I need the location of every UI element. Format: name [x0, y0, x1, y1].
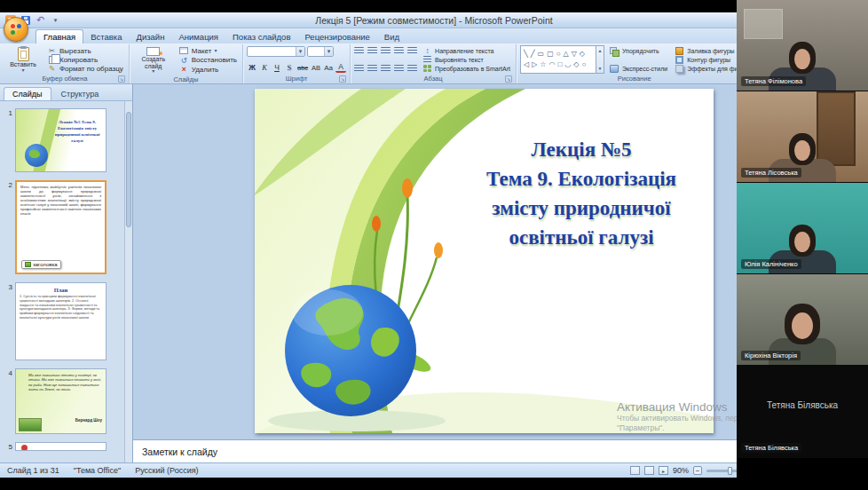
ribbon-tab-insert[interactable]: Вставка — [83, 30, 129, 43]
mini-red-shape — [21, 445, 28, 451]
chevron-down-icon — [21, 68, 24, 73]
tab-slides[interactable]: Слайды — [4, 87, 51, 100]
dialog-launcher-icon[interactable] — [505, 75, 512, 83]
ribbon-tab-view[interactable]: Вид — [377, 30, 406, 43]
reset-button[interactable]: Восстановить — [178, 56, 239, 65]
undo-icon[interactable] — [35, 14, 46, 26]
zoom-out-button[interactable]: − — [693, 466, 702, 475]
dialog-launcher-icon[interactable] — [339, 75, 346, 83]
normal-view-button[interactable] — [630, 466, 640, 475]
paste-icon — [18, 47, 29, 61]
delete-button[interactable]: Удалить — [178, 65, 239, 74]
ribbon-tab-home[interactable]: Главная — [36, 29, 83, 43]
slide-title-line: Тема 9. Екологізація — [457, 164, 706, 194]
delete-icon — [179, 65, 189, 74]
copy-button[interactable]: Копировать — [45, 55, 125, 64]
slides-pane-scrollbar[interactable] — [124, 101, 132, 462]
align-right-icon[interactable] — [381, 65, 391, 72]
bold-button[interactable]: Ж — [247, 62, 257, 73]
dialog-launcher-icon[interactable] — [118, 75, 125, 83]
underline-button[interactable]: Ч — [272, 62, 282, 73]
video-tile-3[interactable]: Юлія Калініченко — [737, 183, 868, 274]
slide-thumbnail-4[interactable]: 4 Ми вже навчилися літати у повітрі, як … — [4, 368, 120, 434]
shape-effects-icon — [675, 65, 683, 73]
language-indicator[interactable]: Русский (Россия) — [135, 466, 198, 475]
align-center-icon[interactable] — [367, 65, 377, 72]
slide-sorter-button[interactable] — [644, 466, 654, 475]
video-tile-4[interactable]: Кірюхіна Вікторія — [737, 274, 868, 366]
ribbon-tab-design[interactable]: Дизайн — [129, 30, 171, 43]
numbering-icon[interactable] — [367, 47, 377, 54]
slideshow-button[interactable] — [659, 466, 668, 475]
video-tile-5[interactable]: Тетяна Білявська Тетяна Білявська — [737, 366, 868, 458]
mini-heading: План — [16, 287, 106, 293]
slide-canvas[interactable]: Лекція №5 Тема 9. Екологізація змісту пр… — [255, 89, 714, 433]
participant-name: Тетяна Білявська — [741, 443, 801, 453]
arrange-label: Упорядочить — [622, 48, 659, 54]
zoom-slider-thumb[interactable] — [728, 467, 732, 475]
new-slide-button[interactable]: Создать слайд — [133, 45, 174, 75]
line-spacing-icon[interactable] — [407, 47, 417, 54]
font-size-combo[interactable] — [307, 46, 334, 57]
change-case-button[interactable]: Аа — [323, 62, 334, 73]
slide-number: 1 — [4, 108, 12, 172]
align-left-icon[interactable] — [354, 65, 364, 72]
strikethrough-button[interactable]: abc — [296, 62, 309, 73]
slide-thumbnail-3[interactable]: 3 План 1. Сутність та принципи формуванн… — [4, 282, 120, 360]
office-button[interactable] — [4, 17, 28, 42]
text-shadow-button[interactable]: S — [284, 62, 295, 73]
scroll-down-icon[interactable]: ▼ — [598, 66, 603, 71]
participant-name: Тетяна Лісовська — [741, 168, 801, 178]
group-drawing: ╲╱▭▢○△▽◇ ◁▷☆◠□◡◇○ ▲▼ Упорядочить Экспрес… — [517, 44, 753, 83]
screen: Лекція 5 [Режим совместимости] - Microso… — [0, 0, 868, 490]
group-label-slides: Слайды — [173, 75, 198, 83]
layout-label: Макет — [192, 47, 212, 55]
chevron-down-icon — [214, 49, 217, 53]
slide-title-line: освітньої галузі — [457, 223, 706, 252]
group-label-font: Шрифт — [286, 75, 308, 83]
text-direction-button[interactable]: Направление текста — [421, 46, 512, 55]
columns-icon[interactable] — [407, 65, 417, 72]
convert-smartart-button[interactable]: Преобразовать в SmartArt — [421, 64, 512, 73]
video-tile-1[interactable]: Тетяна Філімонова — [737, 0, 868, 91]
scrollbar-thumb[interactable] — [126, 112, 131, 227]
ribbon-tab-slideshow[interactable]: Показ слайдов — [225, 30, 297, 43]
ribbon-tab-animation[interactable]: Анимация — [171, 30, 225, 43]
slide-title[interactable]: Лекція №5 Тема 9. Екологізація змісту пр… — [457, 135, 706, 252]
font-color-button[interactable]: А — [335, 62, 346, 73]
font-name-combo[interactable] — [247, 46, 305, 57]
paste-button[interactable]: Вставить — [4, 45, 42, 74]
quick-styles-icon — [610, 65, 619, 73]
video-tile-2[interactable]: Тетяна Лісовська — [737, 91, 868, 183]
layout-button[interactable]: Макет — [178, 46, 239, 55]
decrease-indent-icon[interactable] — [381, 47, 391, 54]
justify-icon[interactable] — [394, 65, 404, 72]
slide-thumbnail-2[interactable]: 2 Мета: підготовка майбутніх учителів по… — [4, 180, 120, 274]
tab-outline[interactable]: Структура — [53, 88, 107, 100]
ribbon-tab-review[interactable]: Рецензирование — [297, 30, 376, 43]
slide-thumbnail-5[interactable]: 5 — [4, 442, 120, 451]
quick-styles-button[interactable]: Экспресс-стили — [608, 64, 669, 73]
notes-placeholder: Заметки к слайду — [142, 447, 217, 457]
qat-dropdown-icon[interactable] — [50, 14, 61, 26]
placeholder-tag: заголовка — [21, 260, 61, 269]
scroll-up-icon[interactable]: ▲ — [598, 48, 603, 53]
character-spacing-button[interactable]: АВ — [311, 62, 321, 73]
shape-fill-label: Заливка фигуры — [687, 48, 734, 54]
group-font: Ж К Ч S abc АВ Аа А Шрифт — [243, 44, 351, 83]
background-window — [744, 9, 783, 39]
mini-body-text: 1. Сутність та принципи формування еколо… — [16, 293, 106, 322]
bullets-icon[interactable] — [354, 47, 364, 54]
shape-outline-icon — [675, 56, 683, 64]
zoom-level[interactable]: 90% — [673, 466, 689, 475]
align-text-button[interactable]: Выровнять текст — [421, 55, 512, 64]
shapes-gallery[interactable]: ╲╱▭▢○△▽◇ ◁▷☆◠□◡◇○ — [520, 45, 596, 74]
slide-number: 2 — [4, 180, 12, 274]
shapes-gallery-scrollbar[interactable]: ▲▼ — [596, 45, 604, 74]
slide-thumbnail-1[interactable]: 1 Лекція №5 Тема 9. Екологізація змісту … — [4, 108, 120, 172]
italic-button[interactable]: К — [259, 62, 270, 73]
arrange-button[interactable]: Упорядочить — [608, 46, 669, 55]
increase-indent-icon[interactable] — [394, 47, 404, 54]
video-participants-strip: Тетяна Філімонова Тетяна Лісовська Юлія … — [737, 0, 868, 490]
format-painter-button[interactable]: Формат по образцу — [45, 64, 125, 73]
